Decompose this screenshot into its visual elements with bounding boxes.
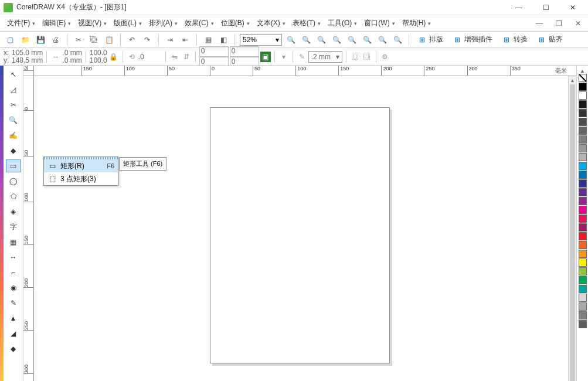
dimension-tool-icon[interactable]: ↔ — [6, 251, 21, 264]
import-icon[interactable]: ⇥ — [164, 33, 176, 46]
color-swatch[interactable] — [579, 294, 587, 302]
collapse-icon[interactable]: ▾ — [278, 52, 289, 62]
color-swatch[interactable] — [579, 285, 587, 293]
width-field[interactable]: .0 mm — [62, 49, 81, 57]
color-swatch[interactable] — [579, 197, 587, 205]
color-swatch[interactable] — [579, 109, 587, 117]
color-swatch[interactable] — [579, 215, 587, 223]
outline-tool-icon[interactable]: ▲ — [6, 312, 21, 325]
color-swatch[interactable] — [579, 135, 587, 144]
flyout-item-3point-rectangle[interactable]: ⬚ 3 点矩形(3) — [44, 172, 118, 185]
to-front-icon[interactable]: ▣ — [260, 52, 271, 62]
menu-window[interactable]: 窗口(W)▾ — [361, 16, 398, 30]
color-swatch[interactable] — [579, 223, 587, 232]
connector-tool-icon[interactable]: ⌐ — [6, 266, 21, 279]
color-swatch[interactable] — [579, 241, 587, 249]
color-swatch[interactable] — [579, 179, 587, 188]
zoom-width-icon[interactable]: 🔍 — [376, 33, 389, 46]
zoom-tool-icon[interactable]: 🔍 — [6, 114, 21, 127]
color-swatch[interactable] — [579, 250, 587, 258]
maximize-button[interactable]: ☐ — [538, 2, 554, 13]
pos-x[interactable]: 105.0 mm — [12, 49, 43, 57]
eyedropper-tool-icon[interactable]: ✎ — [6, 297, 21, 309]
color-swatch[interactable] — [579, 206, 587, 214]
color-swatch[interactable] — [579, 91, 587, 100]
menu-edit[interactable]: 编辑(E)▾ — [39, 16, 74, 30]
rectangle-tool-icon[interactable]: ▭ — [6, 159, 21, 172]
menu-table[interactable]: 表格(T)▾ — [289, 16, 324, 30]
menu-layout[interactable]: 版面(L)▾ — [110, 16, 145, 30]
print-icon[interactable]: 🖨 — [49, 33, 62, 46]
table-tool-icon[interactable]: ▦ — [6, 236, 21, 249]
color-swatch[interactable] — [579, 127, 587, 135]
scale-x[interactable]: 100.0 — [90, 49, 107, 57]
menu-text[interactable]: 文本(X)▾ — [253, 16, 289, 30]
freehand-tool-icon[interactable]: ✍ — [6, 129, 21, 142]
outline-width-combo[interactable]: .2 mm▾ — [308, 51, 342, 63]
new-document-icon[interactable]: ▢ — [4, 33, 16, 46]
zoom-in-icon[interactable]: 🔍 — [284, 33, 297, 46]
basic-shapes-tool-icon[interactable]: ◈ — [6, 205, 21, 218]
smart-fill-tool-icon[interactable]: ◆ — [6, 144, 21, 157]
color-swatch[interactable] — [579, 144, 587, 152]
zoom-height-icon[interactable]: 🔍 — [391, 33, 404, 46]
drawing-canvas[interactable] — [34, 76, 568, 381]
vertical-scrollbar[interactable]: ▲ ▼ — [568, 76, 576, 381]
open-icon[interactable]: 📁 — [19, 33, 32, 46]
menu-tools[interactable]: 工具(O)▾ — [324, 16, 361, 30]
lock-ratio-icon[interactable]: 🔒 — [108, 52, 119, 62]
enhance-plugin-button[interactable]: ⊞增强插件 — [449, 33, 496, 46]
color-swatch[interactable] — [579, 188, 587, 196]
menu-arrange[interactable]: 排列(A)▾ — [145, 16, 181, 30]
menu-view[interactable]: 视图(V)▾ — [74, 16, 110, 30]
minimize-button[interactable]: — — [511, 2, 527, 13]
color-swatch[interactable] — [579, 276, 587, 284]
mdi-restore-button[interactable]: ❐ — [552, 18, 566, 29]
color-swatch[interactable] — [579, 258, 587, 267]
app-launcher-icon[interactable]: ▦ — [202, 33, 215, 46]
convert-button[interactable]: ⊞转换 — [498, 33, 531, 46]
interactive-fill-tool-icon[interactable]: ◆ — [6, 342, 21, 355]
color-swatch[interactable] — [579, 171, 587, 179]
mirror-v-icon[interactable]: ⇵ — [181, 52, 192, 62]
pick-tool-icon[interactable]: ↖ — [6, 68, 21, 81]
snap-button[interactable]: ⊞贴齐 — [533, 33, 566, 46]
rotation-field[interactable]: .0 — [138, 53, 162, 61]
zoom-all-icon[interactable]: 🔍 — [345, 33, 358, 46]
paste-icon[interactable]: 📋 — [103, 33, 115, 46]
pos-y[interactable]: 148.5 mm — [12, 56, 43, 64]
settings-icon[interactable]: ⚙ — [380, 52, 390, 62]
cut-icon[interactable]: ✂ — [72, 33, 85, 46]
swatch-none[interactable] — [579, 74, 587, 82]
redo-icon[interactable]: ↷ — [141, 33, 154, 46]
color-swatch[interactable] — [579, 320, 587, 328]
color-swatch[interactable] — [579, 100, 587, 108]
polygon-tool-icon[interactable]: ⬠ — [6, 190, 21, 203]
save-icon[interactable]: 💾 — [34, 33, 47, 46]
welcome-icon[interactable]: ◧ — [217, 33, 230, 46]
ellipse-tool-icon[interactable]: ◯ — [6, 175, 21, 188]
color-swatch[interactable] — [579, 267, 587, 275]
scale-y[interactable]: 100.0 — [90, 56, 107, 64]
color-swatch[interactable] — [579, 118, 587, 126]
palette-scroll-up-icon[interactable]: ▲ — [577, 68, 588, 74]
nudge-x2[interactable]: 0 — [230, 46, 259, 57]
mdi-minimize-button[interactable]: — — [532, 18, 546, 29]
fill-tool-icon[interactable]: ◢ — [6, 327, 21, 340]
horizontal-ruler[interactable]: 毫米 05010015020025030035050100150 — [34, 66, 576, 76]
undo-icon[interactable]: ↶ — [125, 33, 138, 46]
color-swatch[interactable] — [579, 162, 587, 170]
zoom-out-icon[interactable]: 🔍 — [300, 33, 312, 46]
color-swatch[interactable] — [579, 153, 587, 161]
mdi-close-button[interactable]: ✕ — [572, 18, 584, 29]
zoom-selection-icon[interactable]: 🔍 — [330, 33, 343, 46]
zoom-page-icon[interactable]: 🔍 — [361, 33, 373, 46]
menu-help[interactable]: 帮助(H)▾ — [399, 16, 435, 30]
interactive-tool-icon[interactable]: ◉ — [6, 281, 21, 294]
zoom-combo[interactable]: 52%▾ — [240, 34, 282, 46]
menu-file[interactable]: 文件(F)▾ — [4, 16, 39, 30]
color-swatch[interactable] — [579, 232, 587, 240]
export-icon[interactable]: ⇤ — [179, 33, 192, 46]
copy-icon[interactable]: ⿻ — [87, 33, 100, 46]
color-swatch[interactable] — [579, 83, 587, 91]
